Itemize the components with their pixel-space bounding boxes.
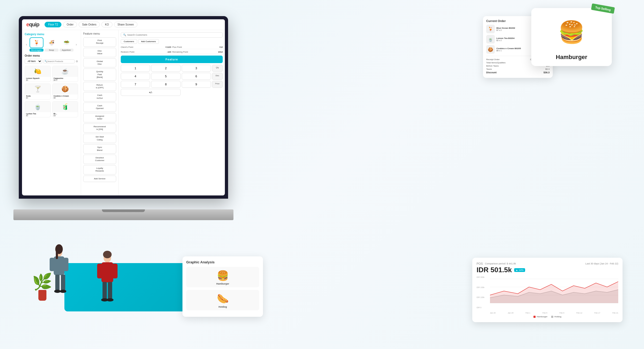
product-name-lemon: Lemon Squash <box>26 77 49 79</box>
graphic-hamburger-name: Hamburger <box>216 282 229 285</box>
product-lemon-squash[interactable]: 🍋 Lemon Squash $5 <box>25 66 51 82</box>
svg-rect-16 <box>97 264 103 278</box>
search-products-input[interactable] <box>47 60 73 63</box>
search-icon: 🔍 <box>45 60 47 63</box>
feature-btn-cash[interactable]: CashIn/Out <box>83 92 116 101</box>
product-lychee[interactable]: 🍵 Lychee Tea $2 <box>25 101 51 117</box>
svg-rect-19 <box>108 282 112 299</box>
numpad-5[interactable]: 5 <box>151 73 180 80</box>
tab-order[interactable]: Order <box>63 22 77 27</box>
carousel-prev[interactable]: ‹ <box>25 42 28 47</box>
chart-value: IDR 501.5k <box>477 266 512 274</box>
feature-menu-panel: Feature menu PrintReceipt DiscValue Glob… <box>81 30 119 195</box>
cashier-illustration <box>27 220 140 322</box>
feature-btn-assigned[interactable]: AssignedSeller <box>83 113 116 122</box>
product-price-soda: $4 <box>26 97 49 99</box>
numpad-7[interactable]: 7 <box>121 81 150 88</box>
numpad-2[interactable]: 2 <box>151 65 180 72</box>
feature-btn-disc[interactable]: DiscValue <box>83 48 116 57</box>
cat-appetizer-img: 🥗 <box>60 37 74 48</box>
feature-btn-return[interactable]: Returnis [OFF] <box>83 82 116 91</box>
graphic-hamburger: 🍔 Hamburger <box>186 267 259 287</box>
client-point-row: Client's Point +1123 <box>121 45 171 49</box>
customers-button[interactable]: Customers <box>121 39 137 44</box>
tab-ko[interactable]: KO <box>101 22 112 27</box>
numpad-qty[interactable]: Qty <box>212 65 223 72</box>
pos-header: equip Floor T2 Order Sale Orders KO Shar… <box>22 19 225 30</box>
legend-dot-hamburger <box>533 316 536 318</box>
svg-point-21 <box>107 298 114 301</box>
y-label-100: IDR 100k <box>477 296 490 298</box>
feature-btn-global[interactable]: GlobalDisc <box>83 58 116 68</box>
cat-appetizer[interactable]: 🥗 Appetizer <box>60 37 74 52</box>
numpad-price[interactable]: Price <box>212 81 223 88</box>
feature-btn-loyalty[interactable]: LoyaltyRewards <box>83 165 116 174</box>
add-customers-button[interactable]: Add Customers <box>138 39 159 44</box>
x-axis-labels: Jan 24 Jan 29 Feb 1 Feb 5 Feb 9 Feb 12 F… <box>490 312 618 314</box>
feature-btn-add-service[interactable]: Add Service <box>83 176 116 182</box>
laptop-notch <box>102 209 145 212</box>
laptop-base <box>13 209 233 220</box>
cat-appetizer-label: Appetizer <box>60 49 74 52</box>
feature-main-button[interactable]: Feature <box>121 56 223 63</box>
all-item-select[interactable]: All Item <box>25 59 42 64</box>
feature-btn-print[interactable]: PrintReceipt <box>83 37 116 47</box>
svg-rect-18 <box>103 282 107 299</box>
male-cashier-svg <box>80 236 134 322</box>
feature-btn-cash-opened[interactable]: CashOpened <box>83 103 116 112</box>
filter-row: All Item 🔍 ⚙ <box>25 59 78 64</box>
tab-floor-t2[interactable]: Floor T2 <box>45 22 61 27</box>
app-logo: equip <box>26 21 39 28</box>
pos-app: equip Floor T2 Order Sale Orders KO Shar… <box>22 19 225 195</box>
cat-beverages[interactable]: 🍹 Beverages <box>30 37 43 52</box>
customer-buttons: Customers Add Customers <box>121 39 223 44</box>
legend-hamburger: Hamburger <box>533 315 547 318</box>
svg-point-11 <box>60 290 66 293</box>
category-items: 🍹 Beverages 🍜 Soup 🥗 Appetizer <box>30 37 74 52</box>
item-thumb-blue-ocean: 🍹 <box>486 25 495 33</box>
filter-icon[interactable]: ⚙ <box>76 60 78 63</box>
chart-growth-badge: ▲ 14% <box>514 268 525 272</box>
taxes-value: $3.3 <box>545 68 550 70</box>
feature-btn-quickly[interactable]: QuicklyPaid[Bank] <box>83 68 116 81</box>
laptop-screen: equip Floor T2 Order Sale Orders KO Shar… <box>19 16 228 199</box>
numpad-9[interactable]: 9 <box>182 81 211 88</box>
product-br[interactable]: 🧃 Br... $3 <box>52 101 78 117</box>
tab-share-screen[interactable]: Share Screen <box>114 22 137 27</box>
numpad-1[interactable]: 1 <box>121 65 150 72</box>
numpad-6[interactable]: 6 <box>182 73 211 80</box>
legend-label-hotdog: Hotdog <box>554 315 561 318</box>
numpad: 1 2 3 Qty 4 5 6 Disc 7 8 9 Price <box>121 65 223 96</box>
before-taxes-label: Before Taxes <box>486 65 499 67</box>
taxes-row: Taxes $3.3 <box>486 68 550 70</box>
customer-search: 🔍 <box>121 32 223 38</box>
numpad-4[interactable]: 4 <box>121 73 150 80</box>
cat-soup[interactable]: 🍜 Soup <box>45 37 58 52</box>
item-thumb-lemon-tea: 🍵 <box>486 35 495 43</box>
taxes-label: Taxes <box>486 68 492 70</box>
feature-menu-title: Feature menu <box>83 32 116 35</box>
carousel-next[interactable]: › <box>75 42 78 47</box>
remaining-point-row: Remaining Point 1012 <box>172 50 223 54</box>
product-cookies[interactable]: 🍪 Cookies n Cream $6 <box>52 83 78 100</box>
product-soda[interactable]: 🍸 Soda $4 <box>25 83 51 100</box>
numpad-8[interactable]: 8 <box>151 81 180 88</box>
x-label-feb17: Feb 17 <box>594 312 600 314</box>
svg-rect-8 <box>55 275 60 291</box>
graphic-hotdog: 🌭 Hotdog <box>186 290 259 310</box>
tab-sale-orders[interactable]: Sale Orders <box>79 22 100 27</box>
search-customers-input[interactable] <box>127 34 220 36</box>
feature-btn-sync[interactable]: SyncBlend <box>83 144 116 154</box>
product-cappucino[interactable]: ☕ Cappucino $6.5 <box>52 66 78 82</box>
legend-dot-hotdog <box>551 316 553 318</box>
numpad-plusminus[interactable]: +/- <box>121 89 181 96</box>
receipt-order-label: Receipt Order <box>486 58 500 61</box>
chart-legend: Hamburger Hotdog <box>477 315 618 318</box>
feature-btn-deselect[interactable]: DeselectCustomer <box>83 155 116 164</box>
numpad-disc[interactable]: Disc <box>212 73 223 80</box>
numpad-3[interactable]: 3 <box>182 65 211 72</box>
feature-btn-recommend[interactable]: Recommendis [ON] <box>83 123 116 133</box>
feature-btn-set-start[interactable]: Set StartCateg <box>83 134 116 143</box>
product-img-soda: 🍸 <box>25 84 50 94</box>
chart-comparison: Comparison period: $ 441.8k <box>485 262 516 265</box>
